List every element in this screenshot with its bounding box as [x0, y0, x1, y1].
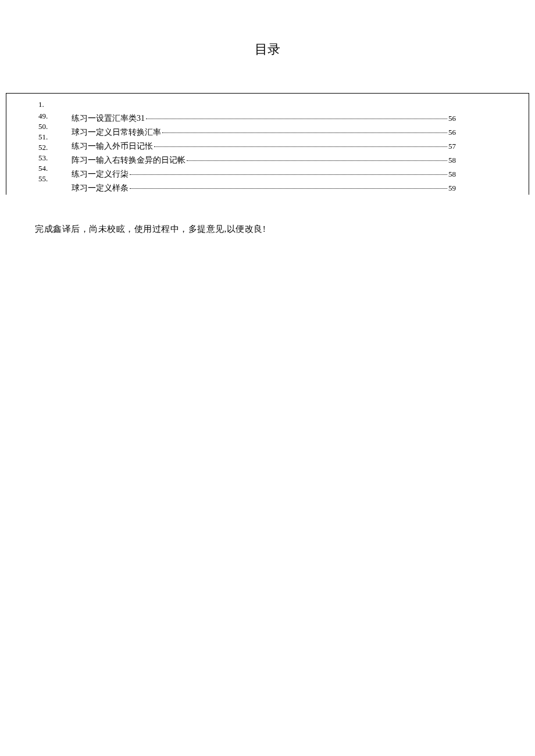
- toc-entry-title: 练习一输入外币日记怅: [72, 141, 153, 152]
- toc-number: 55.: [38, 174, 48, 184]
- toc-leader-dots: [130, 174, 447, 175]
- toc-entry-title: 球习一定义日常转换汇率: [72, 127, 161, 138]
- toc-entry: 练习一设置汇率类31 56: [72, 113, 517, 127]
- toc-entry-page: 59: [448, 184, 517, 193]
- toc-entry-page: 56: [448, 114, 517, 123]
- toc-entry-title: 球习一定义样条: [72, 183, 129, 194]
- toc-number: 52.: [38, 142, 48, 153]
- toc-entry-page: 58: [448, 170, 517, 179]
- toc-entry: 练习一定义行柒 58: [72, 169, 517, 183]
- toc-number: 51.: [38, 132, 48, 142]
- toc-leader-dots: [146, 119, 447, 119]
- toc-number-column: 1. 49. 50. 51. 52. 53. 54. 55.: [38, 99, 48, 184]
- toc-entry: 球习一定义日常转换汇率 56: [72, 127, 517, 141]
- page-title: 目录: [0, 0, 535, 93]
- toc-leader-dots: [130, 188, 447, 189]
- toc-entry: 练习一输入外币日记怅 57: [72, 141, 517, 155]
- toc-leader-dots: [187, 160, 447, 161]
- toc-leader-dots: [162, 132, 447, 133]
- toc-number: 54.: [38, 163, 48, 174]
- toc-entry-page: 58: [448, 156, 517, 165]
- document-page: 目录 1. 49. 50. 51. 52. 53. 54. 55. 练习一设置汇…: [0, 0, 535, 235]
- toc-entry: 球习一定义样条 59: [72, 183, 517, 195]
- toc-entry-page: 57: [448, 142, 517, 151]
- toc-entry-title: 阵习一输入右转换金异的日记帐: [72, 155, 186, 166]
- toc-entry: 阵习一输入右转换金异的日记帐 58: [72, 155, 517, 169]
- toc-entry-title: 练习一定义行柒: [72, 169, 129, 180]
- toc-entries: 练习一设置汇率类31 56 球习一定义日常转换汇率 56 练习一输入外币日记怅 …: [72, 99, 517, 195]
- toc-leader-dots: [154, 146, 447, 147]
- toc-number: 53.: [38, 153, 48, 163]
- toc-inner: 1. 49. 50. 51. 52. 53. 54. 55. 练习一设置汇率类3…: [6, 94, 529, 195]
- toc-number: 50.: [38, 121, 48, 132]
- toc-entry-page: 56: [448, 128, 517, 137]
- toc-number: 49.: [38, 111, 48, 121]
- toc-entry-title: 练习一设置汇率类31: [72, 113, 145, 124]
- toc-container: 1. 49. 50. 51. 52. 53. 54. 55. 练习一设置汇率类3…: [6, 93, 529, 195]
- translator-note: 完成鑫译后，尚未校眩，使用过程中，多提意见,以便改良!: [35, 224, 500, 235]
- toc-number: 1.: [38, 99, 48, 110]
